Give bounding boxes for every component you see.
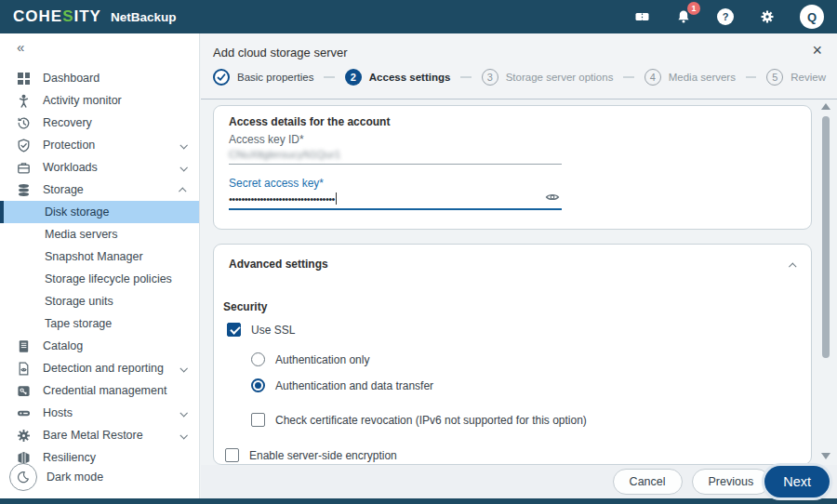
checkbox-unchecked-icon <box>225 448 239 462</box>
sidebar-item-workloads[interactable]: Workloads <box>0 156 199 179</box>
secret-access-key-label: Secret access key* <box>229 177 562 190</box>
sidebar-nav: Dashboard Activity monitor Recovery Prot… <box>0 67 199 469</box>
chevron-down-icon <box>180 161 186 174</box>
notification-badge: 1 <box>687 2 700 15</box>
chevron-up-icon <box>790 256 796 272</box>
radio-selected-icon <box>251 378 265 392</box>
access-details-heading: Access details for the account <box>229 115 796 128</box>
step-number: 4 <box>644 69 661 86</box>
access-key-id-field: Access key ID* CNuXttglersucyN1Qur1 <box>229 133 562 165</box>
sidebar-item-recovery[interactable]: Recovery <box>0 112 199 134</box>
scroll-down-button[interactable] <box>821 453 830 459</box>
eye-icon <box>545 190 560 205</box>
next-button[interactable]: Next <box>764 466 830 497</box>
ticket-icon <box>634 9 650 24</box>
help-button[interactable]: ? <box>716 7 735 26</box>
account-button[interactable]: Q <box>800 5 824 29</box>
sidebar-item-hosts[interactable]: Hosts <box>0 402 199 424</box>
sidebar-item-snapshot-manager[interactable]: Snapshot Manager <box>0 245 199 268</box>
scrollbar-thumb[interactable] <box>822 116 830 358</box>
sidebar-item-credential-management[interactable]: Credential management <box>0 379 199 402</box>
gear-wrench-icon <box>16 428 31 443</box>
step-check-icon <box>213 69 230 86</box>
credential-key-icon <box>16 383 31 398</box>
top-app-bar: COHESITY NetBackup 1 ? <box>0 0 837 33</box>
wizard-stepper: Basic properties 2 Access settings 3 Sto… <box>213 69 826 86</box>
dark-mode-toggle[interactable]: Dark mode <box>9 463 103 491</box>
sidebar-item-tape-storage[interactable]: Tape storage <box>0 312 199 335</box>
license-button[interactable] <box>632 7 651 26</box>
settings-button[interactable] <box>758 7 777 26</box>
chevron-down-icon <box>180 362 186 375</box>
gear-icon <box>760 9 775 24</box>
host-server-icon <box>16 405 31 420</box>
chevron-down-icon <box>180 139 186 152</box>
bottom-window-bar <box>0 498 837 504</box>
main-panel: Add cloud storage server × Basic propert… <box>201 33 837 498</box>
step-storage-server-options[interactable]: 3 Storage server options <box>482 69 614 86</box>
chevron-up-icon <box>180 183 186 196</box>
enable-server-side-encryption-checkbox[interactable]: Enable server-side encryption <box>225 448 811 462</box>
authentication-and-data-transfer-radio[interactable]: Authentication and data transfer <box>251 378 811 392</box>
step-review[interactable]: 5 Review <box>766 69 826 86</box>
chevron-down-icon <box>180 406 186 419</box>
sidebar-item-disk-storage[interactable]: Disk storage <box>0 201 199 223</box>
text-cursor <box>336 192 337 205</box>
step-connector <box>460 76 471 78</box>
database-icon <box>16 182 31 197</box>
sidebar-item-dashboard[interactable]: Dashboard <box>0 67 199 89</box>
checkbox-unchecked-icon <box>251 413 265 427</box>
sidebar-item-detection-and-reporting[interactable]: Detection and reporting <box>0 357 199 379</box>
advanced-settings-toggle[interactable]: Advanced settings <box>214 245 811 276</box>
wizard-content: Access details for the account Access ke… <box>201 99 837 465</box>
sidebar-item-media-servers[interactable]: Media servers <box>0 223 199 245</box>
step-basic-properties[interactable]: Basic properties <box>213 69 313 86</box>
wizard-footer: Cancel Previous Next <box>201 465 837 498</box>
topbar-actions: 1 ? Q <box>632 5 824 29</box>
use-ssl-checkbox[interactable]: Use SSL <box>227 323 811 337</box>
scrollbar <box>820 103 831 459</box>
brand-text: COHESITY <box>13 7 101 26</box>
show-password-button[interactable] <box>545 190 560 205</box>
secret-access-key-masked-value: •••••••••••••••••••••••••••••••••• <box>229 193 335 205</box>
sidebar-item-protection[interactable]: Protection <box>0 134 199 156</box>
authentication-only-radio[interactable]: Authentication only <box>251 352 811 366</box>
chevron-down-icon <box>180 429 186 442</box>
security-heading: Security <box>223 300 811 313</box>
briefcase-icon <box>16 160 31 175</box>
step-number: 2 <box>345 69 362 86</box>
step-media-servers[interactable]: 4 Media servers <box>644 69 736 86</box>
advanced-settings-heading: Advanced settings <box>229 258 328 271</box>
step-number: 5 <box>766 69 783 86</box>
check-certificate-revocation-checkbox[interactable]: Check certificate revocation (IPv6 not s… <box>251 413 811 427</box>
sidebar-item-activity-monitor[interactable]: Activity monitor <box>0 89 199 112</box>
access-key-id-input[interactable]: CNuXttglersucyN1Qur1 <box>229 149 562 165</box>
notifications-button[interactable]: 1 <box>674 7 693 26</box>
cancel-button[interactable]: Cancel <box>613 469 683 495</box>
advanced-settings-card: Advanced settings Security Use SSL Authe… <box>213 244 812 465</box>
catalog-book-icon <box>16 338 31 353</box>
checkbox-checked-icon <box>227 323 241 337</box>
close-button[interactable]: × <box>812 42 822 59</box>
app-window: COHESITY NetBackup 1 ? <box>0 0 837 504</box>
sidebar-item-storage-lifecycle-policies[interactable]: Storage lifecycle policies <box>0 268 199 290</box>
product-name: NetBackup <box>111 10 177 24</box>
chevrons-left-icon: « <box>17 39 24 55</box>
step-connector <box>623 76 633 78</box>
previous-button[interactable]: Previous <box>692 469 771 495</box>
access-key-id-value: CNuXttglersucyN1Qur1 <box>229 149 340 160</box>
sidebar-item-storage-units[interactable]: Storage units <box>0 290 199 312</box>
step-access-settings[interactable]: 2 Access settings <box>345 69 451 86</box>
scroll-up-button[interactable] <box>821 103 830 110</box>
sidebar-item-catalog[interactable]: Catalog <box>0 335 199 357</box>
wizard-header: Add cloud storage server × Basic propert… <box>201 33 837 99</box>
secret-access-key-input[interactable]: •••••••••••••••••••••••••••••••••• <box>229 192 562 210</box>
activity-monitor-icon <box>16 93 31 108</box>
collapse-sidebar-button[interactable]: « <box>0 33 199 60</box>
page-title: Add cloud storage server <box>213 46 348 60</box>
sidebar-item-storage[interactable]: Storage <box>0 179 199 201</box>
step-connector <box>746 76 756 78</box>
report-eye-icon <box>16 361 31 376</box>
sidebar-item-bare-metal-restore[interactable]: Bare Metal Restore <box>0 424 199 446</box>
help-icon: ? <box>717 8 734 25</box>
